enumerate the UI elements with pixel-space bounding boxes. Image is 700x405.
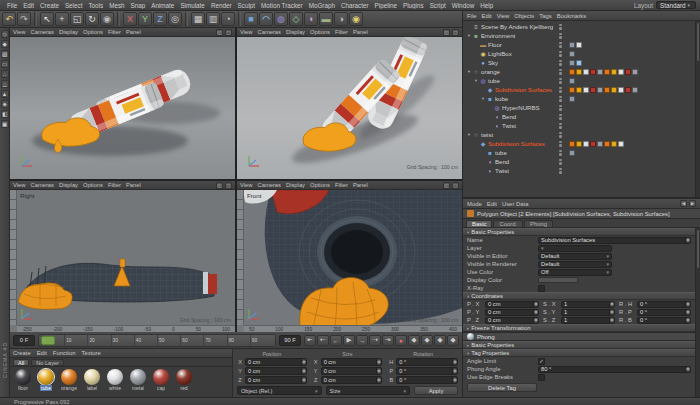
next-key-button[interactable]: ⇢ (369, 335, 381, 346)
object-row-floor[interactable]: ▬Floor (463, 40, 700, 49)
object-row-tube[interactable]: ▾◍tube (463, 76, 700, 85)
current-frame-field[interactable]: 0 F (13, 335, 35, 346)
redo-icon[interactable]: ↷ (17, 12, 31, 26)
live-selection-icon[interactable]: ↖ (40, 12, 54, 26)
tag-icon[interactable] (590, 141, 596, 147)
goto-end-button[interactable]: ⇥ (382, 335, 394, 346)
cm-rotation-p-input[interactable]: 0 ° (396, 367, 458, 375)
visibility-toggles[interactable] (559, 60, 562, 66)
pane-switch-icon[interactable]: ◱ (443, 182, 450, 189)
material-floor[interactable]: floor (13, 369, 33, 391)
add-spline-icon[interactable]: ◠ (259, 12, 273, 26)
attribute-tab-phong[interactable]: Phong (524, 220, 553, 227)
material-menu-edit[interactable]: Edit (37, 350, 47, 356)
viewport-menu-panel[interactable]: Panel (126, 182, 141, 188)
tag-icon[interactable] (569, 51, 575, 57)
viewport-menu-filter[interactable]: Filter (108, 182, 121, 188)
edges-mode-icon[interactable]: △ (1, 80, 9, 88)
freeze-transformation-header[interactable]: Freeze Transformation (463, 324, 695, 332)
viewport-menu-panel[interactable]: Panel (353, 182, 368, 188)
viewport-menu-display[interactable]: Display (59, 182, 78, 188)
visibility-toggles[interactable] (559, 159, 562, 165)
angle-limit-checkbox[interactable] (538, 358, 545, 365)
cm-rotation-h-input[interactable]: 0 ° (396, 358, 458, 366)
tag-icon[interactable] (576, 87, 582, 93)
s-x-input[interactable]: 1 (561, 301, 615, 308)
tag-icon[interactable] (604, 87, 610, 93)
material-thumbnail[interactable] (15, 369, 31, 385)
material-cap[interactable]: cap (151, 369, 171, 391)
history-back-icon[interactable]: ◀ (680, 200, 687, 207)
pane-maximize-icon[interactable]: ▢ (452, 182, 459, 189)
menu-motion-tracker[interactable]: Motion Tracker (258, 2, 306, 9)
visibility-toggles[interactable] (559, 33, 562, 39)
tag-icon[interactable] (597, 69, 603, 75)
visibility-toggles[interactable] (559, 24, 562, 30)
last-tool-icon[interactable]: ◉ (100, 12, 114, 26)
viewport-menu-filter[interactable]: Filter (108, 29, 121, 35)
material-metal[interactable]: metal (128, 369, 148, 391)
make-editable-icon[interactable]: ◇ (1, 30, 9, 38)
phong-basic-properties-header[interactable]: Basic Properties (463, 341, 695, 349)
polygons-mode-icon[interactable]: ▲ (1, 90, 9, 98)
pane-maximize-icon[interactable]: ▢ (225, 182, 232, 189)
tag-icon[interactable] (569, 69, 575, 75)
material-orange[interactable]: orange (59, 369, 79, 391)
previous-frame-button[interactable]: ← (330, 335, 342, 346)
s-z-input[interactable]: 1 (561, 317, 615, 324)
material-label[interactable]: label (82, 369, 102, 391)
add-floor-icon[interactable]: ▬ (319, 12, 333, 26)
tag-icon[interactable] (569, 42, 575, 48)
viewport-menu-options[interactable]: Options (83, 29, 103, 35)
enable-axis-icon[interactable]: ◈ (1, 100, 9, 108)
material-thumbnail[interactable] (38, 369, 54, 385)
visibility-toggles[interactable] (559, 141, 562, 147)
layer-dropdown[interactable] (538, 245, 612, 252)
viewport-front[interactable]: ViewCamerasDisplayOptionsFilterPanel ◱▢ (237, 181, 462, 332)
object-row-bend[interactable]: ◖Bend (463, 157, 700, 166)
object-row-subdivision-surfaces[interactable]: ◆Subdivision Surfaces (463, 85, 700, 94)
history-forward-icon[interactable]: ▶ (689, 200, 696, 207)
cm-rotation-b-input[interactable]: 0 ° (396, 376, 458, 384)
menu-pipeline[interactable]: Pipeline (372, 2, 400, 9)
visibility-toggles[interactable] (559, 87, 562, 93)
delete-tag-button[interactable]: Delete Tag (467, 383, 537, 392)
viewport-menu-panel[interactable]: Panel (353, 29, 368, 35)
name-input[interactable]: Subdivision Surfaces (538, 237, 691, 244)
material-menu-texture[interactable]: Texture (81, 350, 100, 356)
p-x-input[interactable]: 0 cm (485, 301, 539, 308)
timeline-ruler[interactable]: 0102030405060708090 (38, 334, 276, 347)
tag-icon[interactable] (597, 87, 603, 93)
tag-icon[interactable] (625, 87, 631, 93)
viewport-perspective[interactable]: ViewCamerasDisplayOptionsFilterPanel ◱▢ … (237, 28, 462, 179)
use-color-dropdown[interactable]: Off (538, 269, 612, 276)
undo-icon[interactable]: ↶ (2, 12, 16, 26)
coordinates-header[interactable]: Coordinates (463, 292, 695, 300)
record-position-button[interactable]: ◆ (408, 335, 420, 346)
object-row-lightbox[interactable]: ◉LightBox (463, 49, 700, 58)
viewport-menu-options[interactable]: Options (310, 29, 330, 35)
render-settings-icon[interactable]: ◔ (221, 12, 235, 26)
material-thumbnail[interactable] (107, 369, 123, 385)
viewport-menu-view[interactable]: View (13, 29, 25, 35)
object-manager-menu-edit[interactable]: Edit (482, 13, 492, 19)
viewport-canvas[interactable]: -250-200-150-100-50050100 Right Grid Spa… (10, 190, 235, 332)
menu-plugins[interactable]: Plugins (400, 2, 427, 9)
tag-icon[interactable] (625, 69, 631, 75)
pane-maximize-icon[interactable]: ▢ (225, 29, 232, 36)
goto-start-button[interactable]: ⇤ (304, 335, 316, 346)
object-row-twist[interactable]: ◗Twist (463, 166, 700, 175)
apply-button[interactable]: Apply (414, 386, 458, 395)
attribute-manager-menu-mode[interactable]: Mode (467, 201, 482, 207)
tag-icon[interactable] (604, 141, 610, 147)
viewport-menu-cameras[interactable]: Cameras (30, 182, 54, 188)
visibility-toggles[interactable] (559, 168, 562, 174)
object-row-environment[interactable]: ▾■Environment (463, 31, 700, 40)
object-row-scene-by-anders-kjellberg[interactable]: ≡Scene By Anders Kjellberg (463, 22, 700, 31)
render-view-icon[interactable]: ▦ (191, 12, 205, 26)
viewport-menu-filter[interactable]: Filter (335, 29, 348, 35)
menu-script[interactable]: Script (427, 2, 449, 9)
viewport-canvas[interactable]: 50100150200250300350400 Front Grid Spaci… (237, 190, 462, 332)
snap-icon[interactable]: ◧ (1, 110, 9, 118)
tag-icon[interactable] (576, 42, 582, 48)
